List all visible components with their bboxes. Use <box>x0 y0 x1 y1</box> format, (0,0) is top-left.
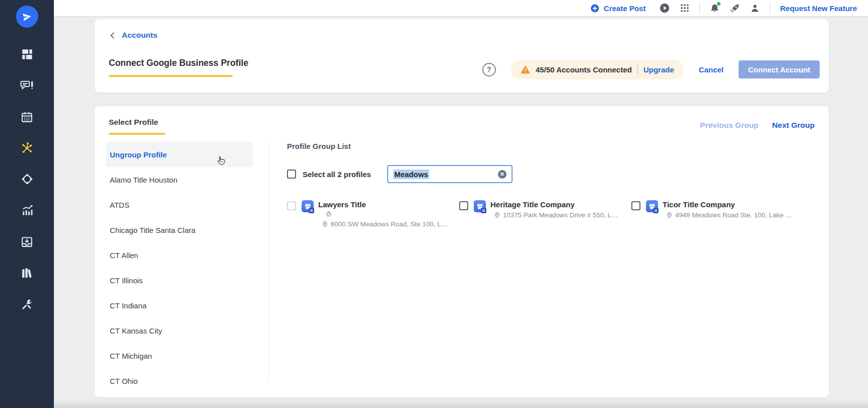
breadcrumb[interactable]: Accounts <box>109 31 158 40</box>
select-all-checkbox[interactable] <box>287 170 296 179</box>
sidebar-item-posts[interactable] <box>12 70 43 101</box>
group-item-label: Chicago Title Santa Clara <box>110 226 195 234</box>
group-list-item[interactable]: CT Michigan <box>106 343 253 368</box>
group-item-label: CT Michigan <box>110 352 152 360</box>
previous-group-button[interactable]: Previous Group <box>700 121 758 130</box>
group-item-label: CT Illinois <box>110 276 143 285</box>
group-list-item[interactable]: Alamo Title Houston <box>106 167 253 192</box>
sidebar-item-tools[interactable] <box>12 288 43 319</box>
create-post-label: Create Post <box>604 4 645 13</box>
google-business-profile-icon: G <box>646 200 658 212</box>
search-input-value: Meadows <box>393 170 429 179</box>
connect-header-card: Accounts Connect Google Business Profile… <box>95 19 829 93</box>
location-pin-icon <box>494 212 500 218</box>
calendar-icon <box>21 111 33 123</box>
help-button[interactable]: ? <box>482 63 496 76</box>
profile-card: G Lawyers Title 6000 SW Meadows Road, St… <box>287 200 459 228</box>
accounts-connected-text: 45/50 Accounts Connected <box>536 65 632 74</box>
chevron-left-icon <box>109 32 116 39</box>
page-title: Connect Google Business Profile <box>109 58 248 68</box>
profiles-row: G Lawyers Title 6000 SW Meadows Road, St… <box>287 200 816 228</box>
paper-plane-icon <box>21 11 33 23</box>
group-item-label: CT Allen <box>110 251 138 260</box>
page-title-wrap: Connect Google Business Profile <box>109 58 248 77</box>
profile-address-row: 4949 Meadows Road Ste. 100, Lake … <box>666 211 792 219</box>
chat-pencil-icon <box>20 79 34 92</box>
lock-icon <box>325 210 448 218</box>
cancel-button[interactable]: Cancel <box>699 65 724 74</box>
create-post-button[interactable]: Create Post <box>590 4 645 13</box>
request-new-feature-link[interactable]: Request New Feature <box>780 4 857 13</box>
profile-address-row: 6000 SW Meadows Road, Ste 100, L… <box>322 220 448 228</box>
group-list-item[interactable]: CT Illinois <box>106 268 253 293</box>
google-business-profile-icon: G <box>302 200 314 212</box>
group-item-label: CT Kansas City <box>110 327 162 335</box>
tools-icon <box>21 298 33 310</box>
group-list-item[interactable]: ATDS <box>106 192 253 217</box>
header-actions: ? 45/50 Accounts Connected Upgrade Cance… <box>482 59 820 79</box>
sidebar-item-audience[interactable] <box>12 164 43 195</box>
sidebar <box>0 0 54 408</box>
panel-title: Profile Group List <box>287 142 816 150</box>
group-list: Ungroup Profile Alamo Title Houston ATDS… <box>106 142 253 393</box>
profile-checkbox[interactable] <box>459 201 468 210</box>
profile-info: Ticor Title Company 4949 Meadows Road St… <box>663 200 792 219</box>
location-pin-icon <box>666 212 673 218</box>
profile-card: G Heritage Title Company 10375 Park Mead… <box>459 200 631 228</box>
account-menu-button[interactable] <box>750 3 760 14</box>
apps-grid-icon <box>680 3 690 13</box>
tab-select-profile[interactable]: Select Profile <box>109 118 165 135</box>
walkthrough-play-button[interactable] <box>659 3 670 14</box>
group-list-item[interactable]: CT Kansas City <box>106 318 253 343</box>
profile-info: Lawyers Title 6000 SW Meadows Road, Ste … <box>318 200 448 228</box>
sidebar-nav <box>12 39 43 319</box>
plus-circle-icon <box>590 4 600 13</box>
group-list-item[interactable]: CT Indiana <box>106 293 253 318</box>
app-root: Create Post Request New Feature Accounts <box>0 0 868 408</box>
sidebar-item-dashboard[interactable] <box>12 39 43 70</box>
google-badge: G <box>309 208 314 213</box>
dashboard-icon <box>21 48 34 61</box>
google-business-profile-icon: G <box>474 200 486 212</box>
breadcrumb-label: Accounts <box>122 31 158 40</box>
apps-grid-button[interactable] <box>680 3 690 13</box>
sidebar-item-inbox[interactable] <box>12 226 43 257</box>
clear-search-icon[interactable]: ✕ <box>498 170 507 179</box>
group-list-item[interactable]: CT Allen <box>106 242 253 268</box>
google-badge: G <box>653 208 659 213</box>
group-list-item[interactable]: Ungroup Profile <box>106 142 253 167</box>
sidebar-item-accounts[interactable] <box>12 132 43 164</box>
panel-divider <box>268 142 269 380</box>
whats-new-button[interactable] <box>730 3 740 14</box>
topbar: Create Post Request New Feature <box>54 0 868 17</box>
profile-address-row: 10375 Park Meadows Drive # 550, L… <box>494 211 618 219</box>
inbox-download-icon <box>21 235 33 248</box>
profile-group-panel: Profile Group List Select all 2 profiles… <box>287 142 816 228</box>
rocket-icon <box>730 3 740 14</box>
profile-address: 6000 SW Meadows Road, Ste 100, L… <box>331 220 448 228</box>
group-item-label: CT Ohio <box>110 377 138 385</box>
topbar-divider <box>770 3 770 14</box>
profile-name: Heritage Title Company <box>490 200 618 209</box>
search-input[interactable]: Meadows ✕ <box>387 165 513 183</box>
sidebar-item-library[interactable] <box>12 257 43 288</box>
library-books-icon <box>21 267 33 279</box>
google-badge: G <box>481 208 486 213</box>
notifications-button[interactable] <box>709 3 720 14</box>
profile-checkbox[interactable] <box>287 201 296 210</box>
sidebar-item-analytics[interactable] <box>12 195 43 226</box>
select-all-label: Select all 2 profiles <box>303 170 371 179</box>
profile-address: 4949 Meadows Road Ste. 100, Lake … <box>675 211 792 219</box>
next-group-button[interactable]: Next Group <box>772 121 815 130</box>
notification-dot <box>717 2 720 6</box>
upgrade-link[interactable]: Upgrade <box>643 65 674 74</box>
page-content: Accounts Connect Google Business Profile… <box>54 17 868 408</box>
group-list-item[interactable]: Chicago Title Santa Clara <box>106 217 253 242</box>
group-item-label: CT Indiana <box>110 301 147 310</box>
group-list-item[interactable]: CT Ohio <box>106 368 253 393</box>
audience-target-icon <box>21 173 34 186</box>
profile-checkbox[interactable] <box>631 201 640 210</box>
sidebar-item-calendar[interactable] <box>12 101 43 132</box>
connect-account-button[interactable]: Connect Account <box>739 60 820 78</box>
app-logo[interactable] <box>16 6 38 28</box>
